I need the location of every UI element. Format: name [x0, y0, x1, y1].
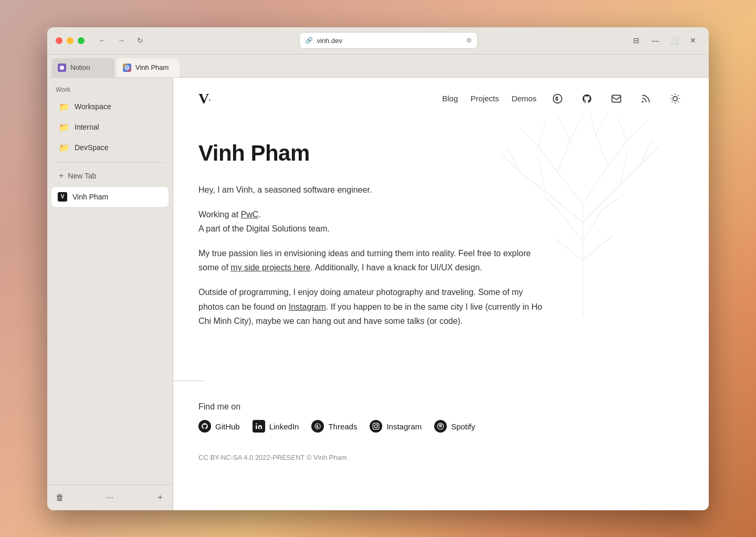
window-controls: ⊟ — ⬜ ✕ [629, 33, 700, 48]
svg-point-49 [377, 424, 379, 425]
email-nav-icon[interactable] [608, 90, 625, 107]
new-tab-button[interactable]: + New Tab [50, 167, 170, 185]
tab-label-notion: Notion [70, 64, 90, 71]
hobby-paragraph: Outside of programming, I enjoy doing am… [198, 285, 547, 328]
passion-paragraph: My true passion lies in envisioning idea… [198, 246, 547, 275]
minimize-button[interactable] [67, 37, 74, 44]
traffic-lights [56, 37, 85, 44]
back-button[interactable]: ← [95, 33, 110, 48]
address-bar[interactable]: 🔗 vinh.dev ⚙ [299, 32, 478, 49]
maximize-button[interactable] [78, 37, 85, 44]
instagram-label: Instagram [386, 422, 422, 431]
spotify-social-link[interactable]: Spotify [434, 420, 475, 433]
svg-line-4 [583, 166, 608, 204]
sidebar-item-label-workspace: Workspace [75, 102, 111, 111]
browser-window: ← → ↻ 🔗 vinh.dev ⚙ ⊟ — ⬜ ✕ Notion [47, 27, 709, 510]
more-button[interactable]: ··· [102, 489, 119, 506]
sidebar-item-label-internal: Internal [75, 123, 99, 131]
reload-button[interactable]: ↻ [133, 33, 148, 48]
projects-link[interactable]: my side projects here [230, 263, 310, 272]
lock-icon: 🔗 [305, 37, 313, 44]
svg-line-32 [602, 194, 624, 210]
theme-toggle-icon[interactable] [667, 90, 684, 107]
forward-button[interactable]: → [114, 33, 129, 48]
svg-line-22 [627, 122, 646, 141]
tab-label-vinh: Vinh Pham [135, 64, 169, 71]
sidebar-bottom: 🗑 ··· ＋ [47, 485, 173, 510]
web-content[interactable]: V· Blog Projects Demos [173, 78, 709, 510]
active-tab-item[interactable]: V Vinh Pham [51, 187, 169, 207]
new-tab-label: New Tab [68, 172, 96, 180]
svg-point-45 [256, 423, 257, 424]
window-close-button[interactable]: ✕ [686, 33, 700, 48]
rss-nav-icon[interactable] [637, 90, 654, 107]
svg-line-14 [621, 153, 627, 185]
linkedin-label: LinkedIn [269, 422, 299, 431]
browser-controls: ← → ↻ [95, 33, 148, 48]
threads-nav-icon[interactable] [549, 90, 566, 107]
sidebar-toggle-button[interactable]: ⊟ [629, 33, 644, 48]
svg-point-50 [437, 423, 444, 429]
title-bar: ← → ↻ 🔗 vinh.dev ⚙ ⊟ — ⬜ ✕ [47, 27, 709, 55]
active-tab-favicon-letter: V [61, 194, 65, 199]
close-button[interactable] [56, 37, 62, 44]
site-footer: Find me on GitHub LinkedIn [173, 402, 709, 482]
site-logo: V· [198, 90, 211, 107]
sidebar-item-workspace[interactable]: 📁 Workspace [50, 97, 170, 117]
find-me-label: Find me on [198, 402, 684, 412]
svg-line-26 [639, 141, 652, 166]
nav-projects[interactable]: Projects [470, 94, 499, 103]
active-tab-label: Vinh Pham [72, 193, 108, 201]
linkedin-social-icon [253, 420, 265, 433]
linkedin-social-link[interactable]: LinkedIn [253, 420, 299, 433]
svg-rect-34 [612, 95, 621, 102]
sidebar-divider [56, 162, 164, 163]
svg-line-30 [583, 235, 613, 260]
svg-line-28 [583, 210, 602, 241]
nav-blog[interactable]: Blog [442, 94, 458, 103]
tab-vinh-pham[interactable]: Vinh Pham [117, 58, 180, 77]
svg-line-25 [639, 147, 658, 166]
tab-notion[interactable]: Notion [51, 58, 114, 77]
main-area: Work 📁 Workspace 📁 Internal 📁 DevSpace +… [47, 78, 709, 510]
threads-social-link[interactable]: Threads [311, 420, 357, 433]
copyright-text: CC BY-NC-SA 4.0 2022-PRESENT © Vinh Pham [198, 454, 684, 461]
spotify-social-icon [434, 420, 447, 433]
tabs-row: Notion Vinh Pham [47, 55, 709, 78]
svg-point-36 [673, 96, 677, 100]
instagram-link[interactable]: Instagram [289, 302, 326, 311]
sidebar-item-devspace[interactable]: 📁 DevSpace [50, 138, 170, 158]
svg-point-35 [642, 101, 643, 102]
instagram-social-icon [370, 420, 382, 433]
add-button[interactable]: ＋ [152, 489, 169, 506]
github-social-link[interactable]: GitHub [198, 420, 240, 433]
intro-paragraph: Hey, I am Vinh, a seasoned software engi… [198, 183, 547, 197]
site-main: Vinh Pham Hey, I am Vinh, a seasoned sof… [173, 120, 572, 360]
threads-label: Threads [328, 422, 357, 431]
svg-line-13 [621, 166, 639, 185]
github-nav-icon[interactable] [579, 90, 595, 107]
page-title: Vinh Pham [198, 141, 547, 166]
nav-demos[interactable]: Demos [511, 94, 537, 103]
sidebar-item-internal[interactable]: 📁 Internal [50, 117, 170, 138]
plus-icon: + [59, 171, 64, 181]
trash-button[interactable]: 🗑 [51, 489, 68, 506]
svg-line-9 [595, 134, 608, 166]
pwc-link[interactable]: PwC [241, 210, 259, 219]
github-social-icon [198, 420, 211, 433]
folder-icon-devspace: 📁 [59, 143, 69, 153]
svg-line-10 [608, 141, 627, 166]
url-text: vinh.dev [317, 37, 342, 45]
svg-line-6 [583, 185, 621, 223]
settings-icon: ⚙ [466, 37, 472, 44]
tab-favicon-vinh [123, 64, 131, 72]
content-divider [173, 381, 205, 381]
spotify-label: Spotify [451, 422, 475, 431]
svg-line-39 [672, 95, 673, 96]
window-maximize-button[interactable]: ⬜ [667, 33, 681, 48]
address-bar-container: 🔗 vinh.dev ⚙ [154, 32, 623, 49]
instagram-social-link[interactable]: Instagram [370, 420, 422, 433]
svg-rect-47 [373, 423, 380, 429]
folder-icon-workspace: 📁 [59, 102, 69, 112]
window-minimize-button[interactable]: — [648, 33, 663, 48]
